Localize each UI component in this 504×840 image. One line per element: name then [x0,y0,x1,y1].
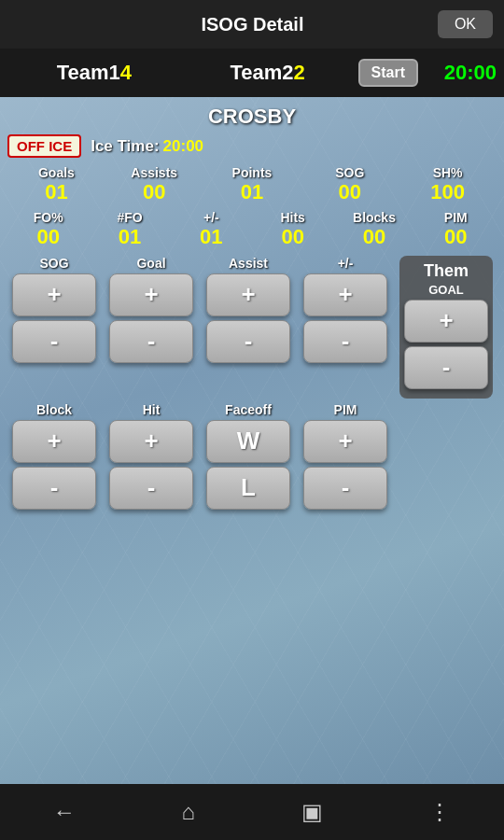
plusminus-col: +/- 01 [171,210,252,249]
pim-stat-col: PIM 00 [415,210,497,249]
sog-btn-col: SOG + - [7,256,101,367]
plusminus-minus-button[interactable]: - [303,320,387,363]
assists-col: Assists 00 [105,165,203,204]
faceoff-l-button[interactable]: L [206,467,290,510]
pim-plus-button[interactable]: + [303,420,387,463]
game-time: 20:00 [422,61,497,85]
pim-btn-label: PIM [334,402,357,417]
block-btn-col: Block + - [7,402,101,513]
goal-btn-label: Goal [136,256,165,271]
player-name: CROSBY [7,105,497,129]
sog-btn-label: SOG [39,256,68,271]
button-row-2: Block + - Hit + - Faceoff W L PIM + - [7,402,497,513]
hit-btn-label: Hit [143,402,161,417]
hits-col: Hits 00 [252,210,333,249]
goals-col: Goals 01 [7,165,105,204]
ice-time-label: Ice Time: [91,137,159,156]
block-minus-button[interactable]: - [12,467,96,510]
faceoff-w-button[interactable]: W [206,420,290,463]
plusminus-plus-button[interactable]: + [303,273,387,316]
title-bar: ISOG Detail OK [0,0,504,49]
faceoff-btn-label: Faceoff [225,402,272,417]
hit-plus-button[interactable]: + [109,420,193,463]
them-goal-minus-button[interactable]: - [404,346,488,389]
fo-col: FO% 00 [7,210,89,249]
sh-col: SH% 100 [399,165,497,204]
button-row-1: SOG + - Goal + - Assist + - +/- + - T [7,256,497,399]
assist-minus-button[interactable]: - [206,320,290,363]
goal-plus-button[interactable]: + [109,273,193,316]
hit-minus-button[interactable]: - [109,467,193,510]
goal-btn-col: Goal + - [105,256,198,367]
pim-btn-col: PIM + - [299,402,392,513]
blocks-col: Blocks 00 [333,210,414,249]
them-goal-label: GOAL [428,283,464,297]
recent-icon[interactable]: ▣ [301,799,323,825]
them-goal-plus-button[interactable]: + [404,300,488,343]
nfo-col: #FO 01 [89,210,170,249]
hit-btn-col: Hit + - [105,402,198,513]
back-icon[interactable]: ← [53,799,76,825]
ice-time-value: 20:00 [163,137,203,156]
sog-col: SOG 00 [301,165,399,204]
stats-labels-row2: FO% 00 #FO 01 +/- 01 Hits 00 Blocks 00 P… [7,210,497,249]
faceoff-btn-col: Faceoff W L [202,402,295,513]
sog-minus-button[interactable]: - [12,320,96,363]
block-plus-button[interactable]: + [12,420,96,463]
status-row: OFF ICE Ice Time: 20:00 [7,134,497,158]
buttons-section: SOG + - Goal + - Assist + - +/- + - T [7,256,497,513]
app-title: ISOG Detail [67,14,438,35]
ok-button[interactable]: OK [438,10,493,38]
pim-minus-button[interactable]: - [303,467,387,510]
team2-name: Team22 [181,61,355,85]
sog-plus-button[interactable]: + [12,273,96,316]
main-content: CROSBY OFF ICE Ice Time: 20:00 Goals 01 … [0,97,504,784]
stats-section-1: Goals 01 Assists 00 Points 01 SOG 00 SH%… [7,165,497,204]
plusminus-btn-label: +/- [338,256,354,271]
plusminus-btn-col: +/- + - [299,256,392,367]
them-label: Them [424,261,469,281]
them-panel: Them GOAL + - [399,256,493,399]
points-col: Points 01 [203,165,301,204]
team1-name: Team14 [7,61,181,85]
teams-bar: Team14 Team22 Start 20:00 [0,49,504,97]
menu-icon[interactable]: ⋮ [428,799,451,825]
assist-plus-button[interactable]: + [206,273,290,316]
bottom-nav: ← ⌂ ▣ ⋮ [0,784,504,840]
home-icon[interactable]: ⌂ [181,799,195,825]
stats-section-2: FO% 00 #FO 01 +/- 01 Hits 00 Blocks 00 P… [7,210,497,249]
assist-btn-label: Assist [229,256,268,271]
off-ice-badge[interactable]: OFF ICE [7,134,81,158]
stats-labels-row1: Goals 01 Assists 00 Points 01 SOG 00 SH%… [7,165,497,204]
goal-minus-button[interactable]: - [109,320,193,363]
assist-btn-col: Assist + - [202,256,295,367]
block-btn-label: Block [36,402,72,417]
start-button[interactable]: Start [358,59,418,87]
